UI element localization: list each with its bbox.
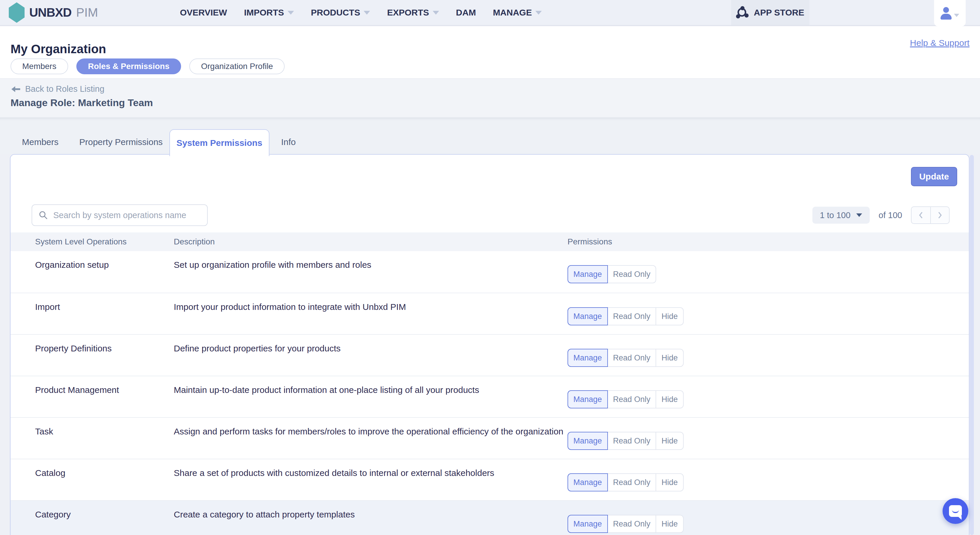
- permission-read-only-button[interactable]: Read Only: [607, 265, 657, 283]
- search-box[interactable]: [32, 204, 208, 226]
- nav-item-label: PRODUCTS: [311, 8, 360, 17]
- search-input[interactable]: [52, 210, 201, 221]
- tab-label: Info: [281, 137, 296, 147]
- previous-page-button[interactable]: [912, 207, 930, 223]
- user-icon: [940, 7, 951, 20]
- permission-toggle-group: ManageRead OnlyHide: [568, 390, 684, 408]
- user-menu[interactable]: [934, 0, 966, 26]
- permissions-table: System Level Operations Description Perm…: [11, 232, 969, 535]
- operation-description: Define product properties for your produ…: [174, 335, 568, 376]
- nav-item-label: OVERVIEW: [180, 8, 227, 17]
- permission-read-only-button[interactable]: Read Only: [607, 473, 657, 491]
- permission-read-only-button[interactable]: Read Only: [607, 432, 657, 450]
- permission-manage-button[interactable]: Manage: [568, 432, 608, 450]
- chevron-down-icon: [433, 11, 439, 14]
- nav-item-label: DAM: [456, 8, 476, 17]
- nav-item-overview[interactable]: OVERVIEW: [180, 8, 227, 17]
- chevron-down-icon: [856, 213, 862, 217]
- pill-label: Roles & Permissions: [88, 62, 170, 71]
- permission-read-only-button[interactable]: Read Only: [607, 349, 657, 367]
- back-link-label: Back to Roles Listing: [25, 84, 105, 94]
- table-row: Import Import your product information t…: [11, 293, 969, 334]
- table-row: Catalog Share a set of products with cus…: [11, 459, 969, 500]
- scrollbar-thumb[interactable]: [970, 155, 974, 535]
- tab-label: Property Permissions: [79, 137, 163, 147]
- tab-info[interactable]: Info: [281, 130, 296, 154]
- operation-name: Organization setup: [11, 251, 174, 293]
- permission-toggle-group: ManageRead OnlyHide: [568, 432, 684, 450]
- operation-description: Create a category to attach property tem…: [174, 501, 568, 535]
- page-total-label: of 100: [878, 211, 902, 220]
- permission-read-only-button[interactable]: Read Only: [607, 307, 657, 325]
- permission-manage-button[interactable]: Manage: [568, 349, 608, 367]
- tab-label: Members: [22, 137, 59, 147]
- operation-name: Property Definitions: [11, 335, 174, 376]
- table-row: Product Management Maintain up-to-date p…: [11, 376, 969, 417]
- operation-description: Import your product information to integ…: [174, 293, 568, 334]
- chevron-down-icon: [954, 14, 959, 17]
- pager-buttons: [911, 206, 950, 224]
- role-header-section: Back to Roles Listing Manage Role: Marke…: [0, 79, 980, 117]
- tab-property-permissions[interactable]: Property Permissions: [79, 130, 163, 154]
- page-title: My Organization: [11, 42, 106, 56]
- permission-toggle-group: ManageRead OnlyHide: [568, 473, 684, 491]
- pill-roles-permissions[interactable]: Roles & Permissions: [76, 59, 181, 74]
- chat-launcher-button[interactable]: [943, 498, 968, 524]
- permission-toggle-group: ManageRead Only: [568, 265, 656, 283]
- permission-hide-button[interactable]: Hide: [655, 349, 684, 367]
- nav-item-label: IMPORTS: [244, 8, 284, 17]
- permission-hide-button[interactable]: Hide: [655, 515, 684, 533]
- unbxd-logo-icon: [9, 2, 25, 23]
- permission-manage-button[interactable]: Manage: [568, 307, 608, 325]
- permission-hide-button[interactable]: Hide: [655, 432, 684, 450]
- update-button[interactable]: Update: [911, 167, 957, 186]
- operation-description: Share a set of products with customized …: [174, 459, 568, 500]
- next-page-button[interactable]: [930, 207, 949, 223]
- nav-item-imports[interactable]: IMPORTS: [244, 8, 294, 17]
- nav-item-products[interactable]: PRODUCTS: [311, 8, 370, 17]
- permission-manage-button[interactable]: Manage: [568, 390, 608, 408]
- operation-description: Assign and perform tasks for members/rol…: [174, 418, 568, 459]
- operation-name: Import: [11, 293, 174, 334]
- role-title: Manage Role: Marketing Team: [11, 97, 153, 108]
- permission-read-only-button[interactable]: Read Only: [607, 515, 657, 533]
- brand-logo[interactable]: UNBXD PIM: [9, 0, 98, 25]
- nav-item-dam[interactable]: DAM: [456, 8, 476, 17]
- tab-system-permissions[interactable]: System Permissions: [169, 129, 269, 156]
- column-header-permissions: Permissions: [568, 237, 969, 246]
- system-permissions-panel: Update 1 to 100 of 100: [10, 154, 969, 535]
- chat-icon: [949, 505, 962, 517]
- permission-hide-button[interactable]: Hide: [655, 390, 684, 408]
- permission-toggle-group: ManageRead OnlyHide: [568, 515, 684, 533]
- permission-read-only-button[interactable]: Read Only: [607, 390, 657, 408]
- pill-members[interactable]: Members: [11, 59, 68, 74]
- permission-manage-button[interactable]: Manage: [568, 265, 608, 283]
- tab-members[interactable]: Members: [22, 130, 59, 154]
- page-header: My Organization Help & Support Members R…: [0, 26, 980, 79]
- nav-item-label: MANAGE: [493, 8, 532, 17]
- permission-hide-button[interactable]: Hide: [655, 307, 684, 325]
- operation-description: Maintain up-to-date product information …: [174, 376, 568, 417]
- chevron-down-icon: [288, 11, 294, 14]
- nav-item-manage[interactable]: MANAGE: [493, 8, 542, 17]
- pill-organization-profile[interactable]: Organization Profile: [189, 59, 285, 74]
- nav-item-label: EXPORTS: [387, 8, 429, 17]
- permission-manage-button[interactable]: Manage: [568, 473, 608, 491]
- table-body: Organization setup Set up organization p…: [11, 251, 969, 535]
- page-range-dropdown[interactable]: 1 to 100: [812, 207, 870, 224]
- app-store-button[interactable]: APP STORE: [731, 0, 810, 25]
- chevron-down-icon: [535, 11, 542, 14]
- chevron-down-icon: [364, 11, 370, 14]
- permission-hide-button[interactable]: Hide: [655, 473, 684, 491]
- operation-name: Category: [11, 501, 174, 535]
- permission-toggle-group: ManageRead OnlyHide: [568, 307, 684, 325]
- operation-name: Task: [11, 418, 174, 459]
- tab-label: System Permissions: [177, 138, 262, 148]
- nav-item-exports[interactable]: EXPORTS: [387, 8, 439, 17]
- help-support-link[interactable]: Help & Support: [910, 38, 969, 48]
- brand-suffix: PIM: [76, 6, 98, 20]
- app-store-icon: [736, 6, 749, 19]
- unbxd-pim-screen: UNBXD PIM OVERVIEW IMPORTS PRODUCTS EXPO…: [0, 0, 980, 535]
- permission-manage-button[interactable]: Manage: [568, 515, 608, 533]
- back-to-roles-link[interactable]: Back to Roles Listing: [11, 84, 105, 94]
